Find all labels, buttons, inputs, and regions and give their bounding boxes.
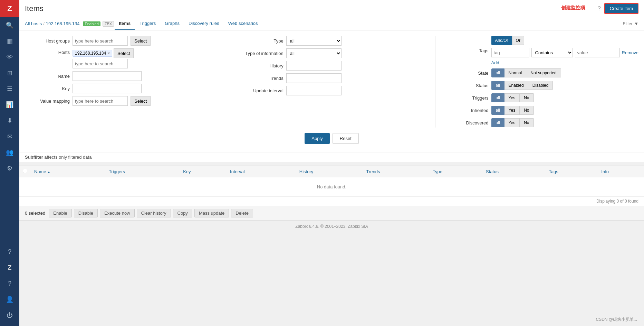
enable-button[interactable]: Enable bbox=[49, 209, 71, 217]
update-interval-label: Update interval bbox=[239, 88, 283, 93]
tag-contains-select[interactable]: Contains Equals Does not contain Does no… bbox=[531, 48, 573, 57]
hosts-select-btn[interactable]: Select bbox=[114, 48, 134, 58]
history-input[interactable] bbox=[286, 61, 342, 71]
breadcrumb-host-ip[interactable]: 192.168.195.134 bbox=[46, 21, 80, 26]
host-tag: 192.168.195.134 × bbox=[73, 50, 112, 57]
table-header-row: Name Triggers Key Interval History Trend… bbox=[19, 166, 644, 177]
state-not-supported-btn[interactable]: Not supported bbox=[526, 68, 561, 77]
state-all-btn[interactable]: all bbox=[491, 68, 504, 77]
tags-add-link[interactable]: Add bbox=[491, 60, 638, 65]
table-header-key[interactable]: Key bbox=[180, 166, 227, 177]
status-all-btn[interactable]: all bbox=[491, 81, 504, 90]
key-label: Key bbox=[25, 86, 70, 91]
tag-entry-row: Contains Equals Does not contain Does no… bbox=[491, 48, 638, 57]
breadcrumb-all-hosts[interactable]: All hosts bbox=[25, 21, 42, 26]
host-groups-row: Host groups Select bbox=[25, 36, 223, 46]
delete-button[interactable]: Delete bbox=[231, 209, 253, 217]
tab-triggers[interactable]: Triggers bbox=[135, 17, 160, 30]
sidebar-item-support[interactable]: ? bbox=[0, 244, 19, 260]
status-disabled-btn[interactable]: Disabled bbox=[528, 81, 553, 90]
tags-or-btn[interactable]: Or bbox=[512, 36, 524, 45]
footer-right: CSDN @碳烤小肥羊... bbox=[596, 317, 637, 323]
tab-graphs[interactable]: Graphs bbox=[161, 17, 184, 30]
hosts-search-input[interactable] bbox=[73, 59, 128, 68]
sidebar-item-dashboard[interactable]: ▦ bbox=[0, 33, 19, 49]
topbar-right: ? Create item bbox=[598, 3, 638, 14]
sidebar-item-search[interactable]: 🔍 bbox=[0, 17, 19, 33]
host-tag-remove[interactable]: × bbox=[107, 51, 110, 56]
tab-web-scenarios[interactable]: Web scenarios bbox=[224, 17, 262, 30]
state-normal-btn[interactable]: Normal bbox=[504, 68, 527, 77]
apply-button[interactable]: Apply bbox=[305, 133, 330, 144]
sidebar-logo[interactable]: Z bbox=[0, 0, 19, 17]
name-input[interactable] bbox=[73, 71, 142, 81]
table-header-status[interactable]: Status bbox=[482, 166, 545, 177]
clear-history-button[interactable]: Clear history bbox=[137, 209, 171, 217]
type-of-info-select[interactable]: all Numeric (float) Character Log Numeri… bbox=[286, 48, 342, 58]
trends-input[interactable] bbox=[286, 73, 342, 83]
footer-text: Zabbix 6.4.6. © 2001–2023, Zabbix SIA bbox=[295, 224, 368, 229]
inherited-yes-btn[interactable]: Yes bbox=[504, 106, 520, 115]
create-item-button[interactable]: Create item bbox=[604, 3, 638, 14]
table-header-checkbox bbox=[19, 166, 31, 177]
value-mapping-select-btn[interactable]: Select bbox=[131, 96, 151, 106]
sidebar-item-users[interactable]: 👥 bbox=[0, 145, 19, 160]
table-header-info: Info bbox=[598, 166, 644, 177]
discovered-no-btn[interactable]: No bbox=[520, 118, 534, 127]
triggers-yes-btn[interactable]: Yes bbox=[504, 93, 520, 102]
sidebar-item-reports[interactable]: 📊 bbox=[0, 97, 19, 113]
copy-button[interactable]: Copy bbox=[173, 209, 192, 217]
table-header-name[interactable]: Name bbox=[31, 166, 105, 177]
inherited-all-btn[interactable]: all bbox=[491, 106, 504, 115]
host-groups-input[interactable] bbox=[73, 36, 128, 46]
key-input[interactable] bbox=[73, 84, 142, 93]
sidebar-item-monitoring[interactable]: 👁 bbox=[0, 49, 19, 65]
triggers-no-btn[interactable]: No bbox=[520, 93, 534, 102]
tag-remove-link[interactable]: Remove bbox=[622, 50, 638, 55]
displaying-count: Displaying 0 of 0 found bbox=[19, 197, 644, 206]
triggers-all-btn[interactable]: all bbox=[491, 93, 504, 102]
tab-items[interactable]: Items bbox=[115, 17, 135, 30]
discovered-label: Discovered bbox=[444, 120, 489, 125]
discovered-yes-btn[interactable]: Yes bbox=[504, 118, 520, 127]
sidebar-item-mail[interactable]: ✉ bbox=[0, 129, 19, 145]
type-select[interactable]: all Zabbix agent SNMP IPMI JMX bbox=[286, 36, 342, 46]
host-groups-select-btn[interactable]: Select bbox=[131, 36, 151, 46]
sidebar-item-settings[interactable]: ⚙ bbox=[0, 160, 19, 176]
hosts-tag-row: 192.168.195.134 × Select bbox=[73, 48, 134, 58]
inherited-no-btn[interactable]: No bbox=[520, 106, 534, 115]
tag-name-input[interactable] bbox=[491, 48, 529, 57]
disable-button[interactable]: Disable bbox=[74, 209, 98, 217]
discovered-all-btn[interactable]: all bbox=[491, 118, 504, 127]
sidebar-item-help[interactable]: ? bbox=[0, 276, 19, 291]
status-enabled-btn[interactable]: Enabled bbox=[504, 81, 528, 90]
help-icon[interactable]: ? bbox=[598, 6, 601, 12]
table-header-triggers[interactable]: Triggers bbox=[105, 166, 180, 177]
type-of-info-row: Type of information all Numeric (float) … bbox=[239, 48, 428, 58]
sidebar-item-zabbix-logo[interactable]: Z bbox=[0, 260, 19, 276]
table-header-trends[interactable]: Trends bbox=[363, 166, 429, 177]
tag-value-input[interactable] bbox=[575, 48, 620, 57]
update-interval-input[interactable] bbox=[286, 86, 342, 95]
breadcrumb-sep1: / bbox=[43, 21, 45, 26]
select-all-checkbox[interactable] bbox=[23, 169, 27, 173]
name-label: Name bbox=[25, 74, 70, 79]
tags-label: Tags bbox=[444, 48, 489, 53]
tab-discovery-rules[interactable]: Discovery rules bbox=[184, 17, 223, 30]
table-header-history[interactable]: History bbox=[296, 166, 363, 177]
status-row: Status all Enabled Disabled bbox=[444, 81, 638, 90]
sidebar-item-power[interactable]: ⏻ bbox=[0, 307, 19, 323]
host-groups-label: Host groups bbox=[25, 38, 70, 44]
table-header-type[interactable]: Type bbox=[429, 166, 482, 177]
execute-now-button[interactable]: Execute now bbox=[100, 209, 134, 217]
filter-icon[interactable]: ▼ bbox=[634, 21, 638, 26]
mass-update-button[interactable]: Mass update bbox=[194, 209, 229, 217]
sidebar-item-user[interactable]: 👤 bbox=[0, 291, 19, 307]
sidebar-item-download[interactable]: ⬇ bbox=[0, 113, 19, 129]
tags-andor-btn[interactable]: And/Or bbox=[491, 36, 512, 45]
reset-button[interactable]: Reset bbox=[333, 133, 359, 144]
value-mapping-input[interactable] bbox=[73, 96, 128, 106]
sidebar-item-list[interactable]: ☰ bbox=[0, 81, 19, 97]
table-header-interval[interactable]: Interval bbox=[227, 166, 296, 177]
sidebar-item-maps[interactable]: ⊞ bbox=[0, 65, 19, 81]
